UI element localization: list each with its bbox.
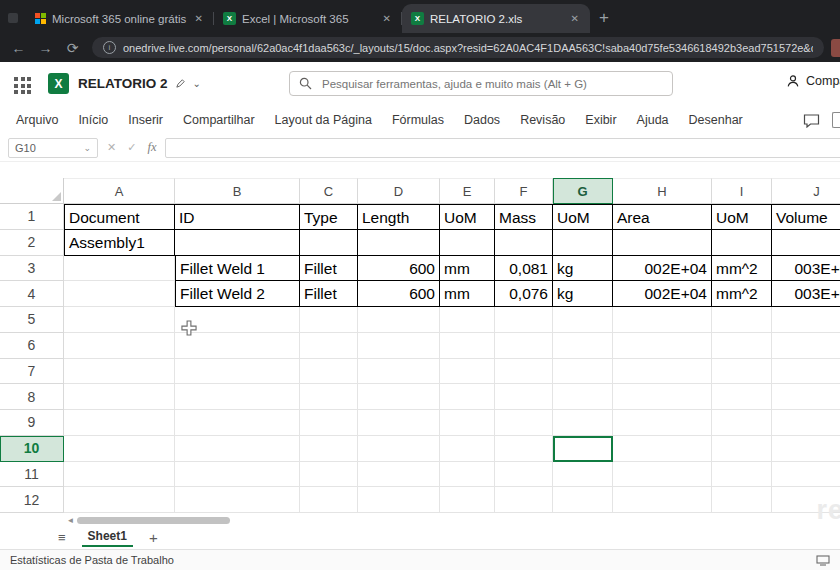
cell-H2[interactable] xyxy=(613,230,712,256)
tab-close-icon[interactable]: ✕ xyxy=(193,12,205,25)
cell-G3[interactable]: kg xyxy=(553,256,613,282)
ribbon-tab-revisão[interactable]: Revisão xyxy=(520,113,565,127)
site-info-icon[interactable]: i xyxy=(103,41,116,54)
cell-J8[interactable] xyxy=(772,384,840,410)
cell-F12[interactable] xyxy=(495,487,553,513)
cell-E7[interactable] xyxy=(440,359,495,385)
cell-D11[interactable] xyxy=(358,462,440,488)
cell-F9[interactable] xyxy=(495,410,553,436)
cell-D1[interactable]: Length xyxy=(358,204,440,230)
cell-H9[interactable] xyxy=(613,410,712,436)
cell-B6[interactable] xyxy=(175,333,300,359)
add-sheet-button[interactable]: + xyxy=(149,529,158,546)
cell-D7[interactable] xyxy=(358,359,440,385)
cell-G4[interactable]: kg xyxy=(553,281,613,307)
workbook-statistics-button[interactable]: Estatísticas de Pasta de Trabalho xyxy=(10,554,174,566)
cell-E4[interactable]: mm xyxy=(440,281,495,307)
cell-D9[interactable] xyxy=(358,410,440,436)
cell-I9[interactable] xyxy=(712,410,772,436)
ribbon-tab-exibir[interactable]: Exibir xyxy=(585,113,616,127)
share-button[interactable]: Compartilhar xyxy=(786,74,840,88)
cell-J2[interactable] xyxy=(772,230,840,256)
cell-E5[interactable] xyxy=(440,307,495,333)
browser-tab-2[interactable]: RELATORIO 2.xls✕ xyxy=(402,4,590,33)
cell-C2[interactable] xyxy=(300,230,358,256)
cell-D3[interactable]: 600 xyxy=(358,256,440,282)
cell-C5[interactable] xyxy=(300,307,358,333)
cell-H5[interactable] xyxy=(613,307,712,333)
cell-H8[interactable] xyxy=(613,384,712,410)
cell-J10[interactable] xyxy=(772,436,840,462)
insert-function-icon[interactable]: fx xyxy=(147,140,156,155)
cell-B4[interactable]: Fillet Weld 2 xyxy=(175,281,300,307)
title-chevron-down-icon[interactable]: ⌄ xyxy=(193,78,201,89)
cell-A6[interactable] xyxy=(64,333,175,359)
cell-E6[interactable] xyxy=(440,333,495,359)
cell-G7[interactable] xyxy=(553,359,613,385)
cell-I2[interactable] xyxy=(712,230,772,256)
cell-I5[interactable] xyxy=(712,307,772,333)
cell-F6[interactable] xyxy=(495,333,553,359)
cell-I6[interactable] xyxy=(712,333,772,359)
cell-D2[interactable] xyxy=(358,230,440,256)
cell-D6[interactable] xyxy=(358,333,440,359)
cell-F1[interactable]: Mass xyxy=(495,204,553,230)
ribbon-tab-fórmulas[interactable]: Fórmulas xyxy=(392,113,444,127)
cell-I4[interactable]: mm^2 xyxy=(712,281,772,307)
ribbon-tab-arquivo[interactable]: Arquivo xyxy=(16,113,58,127)
cell-G5[interactable] xyxy=(553,307,613,333)
cell-F11[interactable] xyxy=(495,462,553,488)
row-header-4[interactable]: 4 xyxy=(0,281,64,307)
cell-H11[interactable] xyxy=(613,462,712,488)
cell-J7[interactable] xyxy=(772,359,840,385)
cell-E1[interactable]: UoM xyxy=(440,204,495,230)
row-header-8[interactable]: 8 xyxy=(0,384,64,410)
cell-J11[interactable] xyxy=(772,462,840,488)
all-sheets-icon[interactable]: ≡ xyxy=(58,530,66,545)
row-header-9[interactable]: 9 xyxy=(0,410,64,436)
app-launcher-icon[interactable] xyxy=(14,77,31,94)
cell-A5[interactable] xyxy=(64,307,175,333)
cell-G1[interactable]: UoM xyxy=(553,204,613,230)
cell-G12[interactable] xyxy=(553,487,613,513)
cell-G2[interactable] xyxy=(553,230,613,256)
cell-H10[interactable] xyxy=(613,436,712,462)
cell-F8[interactable] xyxy=(495,384,553,410)
scroll-left-icon[interactable]: ◄ xyxy=(64,516,77,525)
cell-F2[interactable] xyxy=(495,230,553,256)
ribbon-tab-inserir[interactable]: Inserir xyxy=(128,113,163,127)
column-header-E[interactable]: E xyxy=(440,178,495,204)
cell-A1[interactable]: Document xyxy=(64,204,175,230)
row-header-6[interactable]: 6 xyxy=(0,333,64,359)
cell-D4[interactable]: 600 xyxy=(358,281,440,307)
cell-C4[interactable]: Fillet xyxy=(300,281,358,307)
cell-B12[interactable] xyxy=(175,487,300,513)
cell-C1[interactable]: Type xyxy=(300,204,358,230)
cell-D5[interactable] xyxy=(358,307,440,333)
cell-B1[interactable]: ID xyxy=(175,204,300,230)
cell-A2[interactable]: Assembly1 xyxy=(64,230,175,256)
ribbon-tab-layout-da-página[interactable]: Layout da Página xyxy=(275,113,372,127)
cell-B8[interactable] xyxy=(175,384,300,410)
column-header-F[interactable]: F xyxy=(495,178,553,204)
back-icon[interactable]: ← xyxy=(6,40,31,56)
search-input[interactable] xyxy=(320,77,663,91)
tab-search-icon[interactable] xyxy=(8,13,18,23)
column-header-C[interactable]: C xyxy=(300,178,358,204)
ribbon-tab-início[interactable]: Início xyxy=(78,113,108,127)
scrollbar-thumb[interactable] xyxy=(77,517,230,524)
cell-I7[interactable] xyxy=(712,359,772,385)
cell-C7[interactable] xyxy=(300,359,358,385)
cell-A12[interactable] xyxy=(64,487,175,513)
column-header-D[interactable]: D xyxy=(358,178,440,204)
cell-H7[interactable] xyxy=(613,359,712,385)
rename-icon[interactable] xyxy=(175,78,186,89)
comments-icon[interactable] xyxy=(803,113,820,128)
search-bar[interactable] xyxy=(289,71,673,96)
cell-F10[interactable] xyxy=(495,436,553,462)
cell-C11[interactable] xyxy=(300,462,358,488)
name-box-chevron-down-icon[interactable]: ⌄ xyxy=(83,143,91,153)
clipped-toolbar-icon[interactable] xyxy=(832,112,840,128)
cell-E3[interactable]: mm xyxy=(440,256,495,282)
cell-F4[interactable]: 0,076 xyxy=(495,281,553,307)
